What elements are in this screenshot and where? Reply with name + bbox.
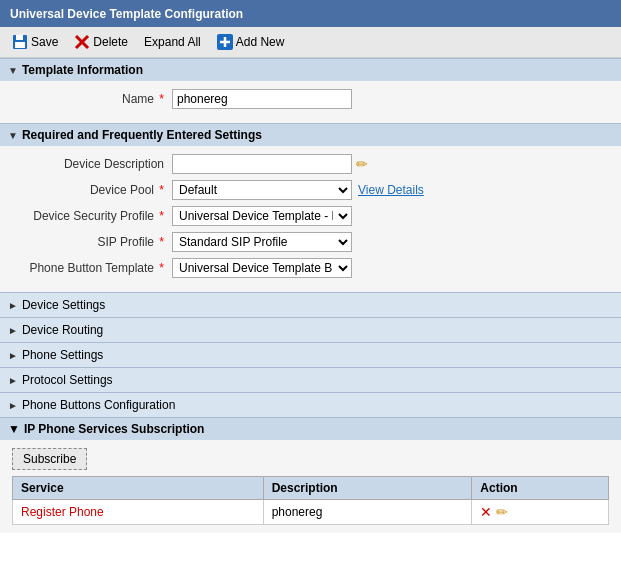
device-desc-edit-icon[interactable]: ✏ (356, 156, 368, 172)
collapsed-section-protocol-settings[interactable]: ► Protocol Settings (0, 367, 621, 392)
device-desc-row: Device Description ✏ (12, 154, 609, 174)
ip-phone-arrow: ▼ (8, 422, 20, 436)
name-label: Name * (12, 92, 172, 106)
delete-label: Delete (93, 35, 128, 49)
device-pool-select[interactable]: Default (172, 180, 352, 200)
collapsed-section-phone-settings[interactable]: ► Phone Settings (0, 342, 621, 367)
table-row: Register Phone phonereg ✕ ✏ (13, 500, 609, 525)
phone-button-label: Phone Button Template * (12, 261, 172, 275)
device-security-label: Device Security Profile * (12, 209, 172, 223)
add-new-button[interactable]: Add New (213, 32, 289, 52)
sip-profile-label: SIP Profile * (12, 235, 172, 249)
save-label: Save (31, 35, 58, 49)
col-action: Action (472, 477, 609, 500)
phone-button-select[interactable]: Universal Device Template Butto (172, 258, 352, 278)
expand-all-label: Expand All (144, 35, 201, 49)
template-info-title: Template Information (22, 63, 143, 77)
table-header: Service Description Action (13, 477, 609, 500)
services-table: Service Description Action Register Phon… (12, 476, 609, 525)
svg-rect-1 (16, 35, 23, 40)
template-info-arrow: ▼ (8, 65, 18, 76)
page-title: Universal Device Template Configuration (0, 0, 621, 27)
delete-button[interactable]: Delete (70, 32, 132, 52)
table-body: Register Phone phonereg ✕ ✏ (13, 500, 609, 525)
collapsed-label: Device Routing (22, 323, 103, 337)
required-settings-body: Device Description ✏ Device Pool * Defau… (0, 146, 621, 292)
required-settings-header[interactable]: ▼ Required and Frequently Entered Settin… (0, 123, 621, 146)
title-text: Universal Device Template Configuration (10, 7, 243, 21)
view-details-link[interactable]: View Details (358, 183, 424, 197)
add-new-label: Add New (236, 35, 285, 49)
subscribe-button[interactable]: Subscribe (12, 448, 87, 470)
expand-all-button[interactable]: Expand All (140, 33, 205, 51)
subscribe-area: Subscribe Service Description Action Reg… (0, 440, 621, 533)
ip-phone-title: IP Phone Services Subscription (24, 422, 205, 436)
collapsed-label: Device Settings (22, 298, 105, 312)
save-icon (12, 34, 28, 50)
collapsed-label: Phone Buttons Configuration (22, 398, 175, 412)
sip-profile-select[interactable]: Standard SIP Profile (172, 232, 352, 252)
sip-profile-row: SIP Profile * Standard SIP Profile (12, 232, 609, 252)
collapsed-label: Protocol Settings (22, 373, 113, 387)
service-cell: Register Phone (13, 500, 264, 525)
collapsed-arrow: ► (8, 375, 18, 386)
action-delete-icon[interactable]: ✕ (480, 504, 492, 520)
device-security-select[interactable]: Universal Device Template - Mo (172, 206, 352, 226)
required-settings-title: Required and Frequently Entered Settings (22, 128, 262, 142)
device-pool-row: Device Pool * Default View Details (12, 180, 609, 200)
collapsed-section-phone-buttons-configuration[interactable]: ► Phone Buttons Configuration (0, 392, 621, 417)
action-edit-icon[interactable]: ✏ (496, 504, 508, 520)
col-description: Description (263, 477, 472, 500)
ip-phone-services-header[interactable]: ▼ IP Phone Services Subscription (0, 417, 621, 440)
action-cell: ✕ ✏ (472, 500, 609, 525)
required-settings-arrow: ▼ (8, 130, 18, 141)
add-icon (217, 34, 233, 50)
collapsed-arrow: ► (8, 400, 18, 411)
template-info-body: Name * (0, 81, 621, 123)
svg-rect-2 (15, 42, 25, 48)
device-security-row: Device Security Profile * Universal Devi… (12, 206, 609, 226)
toolbar: Save Delete Expand All Add New (0, 27, 621, 58)
collapsed-label: Phone Settings (22, 348, 103, 362)
collapsed-section-device-settings[interactable]: ► Device Settings (0, 292, 621, 317)
col-service: Service (13, 477, 264, 500)
collapsed-arrow: ► (8, 325, 18, 336)
save-button[interactable]: Save (8, 32, 62, 52)
collapsible-sections: ► Device Settings► Device Routing► Phone… (0, 292, 621, 417)
device-pool-label: Device Pool * (12, 183, 172, 197)
name-input[interactable] (172, 89, 352, 109)
description-cell: phonereg (263, 500, 472, 525)
device-desc-label: Device Description (12, 157, 172, 171)
collapsed-section-device-routing[interactable]: ► Device Routing (0, 317, 621, 342)
collapsed-arrow: ► (8, 350, 18, 361)
name-row: Name * (12, 89, 609, 109)
delete-icon (74, 34, 90, 50)
collapsed-arrow: ► (8, 300, 18, 311)
name-required: * (159, 92, 164, 106)
subscribe-label: Subscribe (23, 452, 76, 466)
device-desc-input[interactable] (172, 154, 352, 174)
template-info-header[interactable]: ▼ Template Information (0, 58, 621, 81)
phone-button-row: Phone Button Template * Universal Device… (12, 258, 609, 278)
